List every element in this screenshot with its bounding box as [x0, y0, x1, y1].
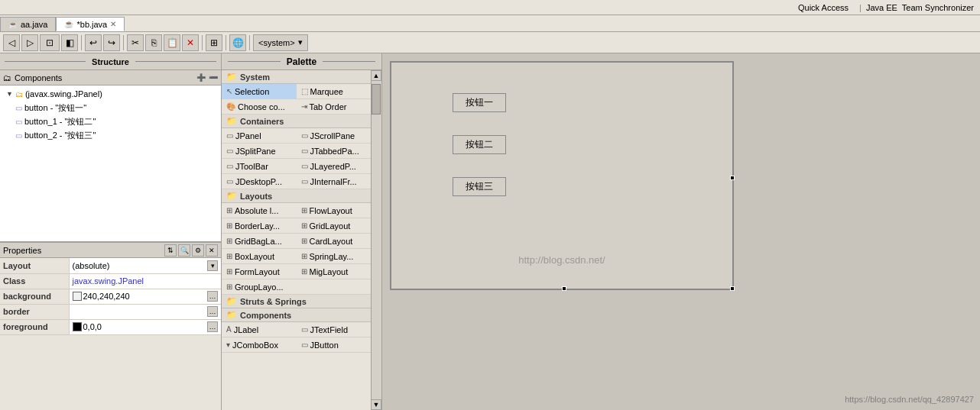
tree-label-jpanel: (javax.swing.JPanel)	[25, 89, 102, 98]
toolbar-redo[interactable]: ↪	[103, 34, 120, 51]
pal-group-containers-label: Containers	[240, 117, 284, 126]
pal-springlayout-label: SpringLay...	[310, 252, 354, 261]
toolbar-palette-toggle[interactable]: ⊡	[40, 34, 60, 51]
tab-bb-close[interactable]: ✕	[110, 20, 116, 28]
pal-item-jlayeredpane[interactable]: ▭ JLayeredP...	[297, 159, 372, 174]
tree-item-jpanel[interactable]: ▼ 🗂 (javax.swing.JPanel)	[0, 87, 221, 101]
palette-scroll-up[interactable]: ▲	[371, 70, 381, 81]
pal-item-jinternalframe[interactable]: ▭ JInternalFr...	[297, 174, 372, 189]
pal-formlayout-icon: ⊞	[226, 267, 232, 276]
pal-jlabel-label: JLabel	[234, 325, 258, 334]
top-bar: Quick Access | Java EE Team Synchronizer	[0, 0, 980, 15]
pal-item-grouplayout[interactable]: ⊞ GroupLayo...	[222, 279, 297, 295]
pal-group-components[interactable]: 📁 Components	[222, 308, 371, 322]
canvas-button-2[interactable]: 按钮二	[453, 135, 506, 154]
toolbar-btn2[interactable]: ◧	[61, 34, 78, 51]
pal-item-jscrollpane[interactable]: ▭ JScrollPane	[297, 128, 372, 144]
pal-item-flowlayout[interactable]: ⊞ FlowLayout	[297, 203, 372, 218]
tab-aa-icon: ☕	[8, 21, 18, 29]
pal-jlayeredpane-label: JLayeredP...	[310, 162, 356, 171]
prop-btn-foreground[interactable]: …	[207, 321, 218, 332]
toolbar-globe[interactable]: 🌐	[229, 34, 246, 51]
toolbar-navigate-fwd[interactable]: ▷	[21, 34, 38, 51]
pal-item-jlabel[interactable]: A JLabel	[222, 322, 297, 337]
prop-val-border: …	[69, 304, 221, 319]
pal-item-miglayout[interactable]: ⊞ MigLayout	[297, 264, 372, 279]
canvas-button-3[interactable]: 按钮三	[453, 177, 506, 196]
toolbar-navigate-back[interactable]: ◁	[3, 34, 20, 51]
pal-jpanel-label: JPanel	[235, 131, 261, 140]
pal-item-gridbaglayout[interactable]: ⊞ GridBagLa...	[222, 234, 297, 249]
toolbar: ◁ ▷ ⊡ ◧ ↩ ↪ ✂ ⎘ 📋 ✕ ⊞ 🌐 <system> ▾	[0, 32, 980, 53]
pal-item-jdesktoppane[interactable]: ▭ JDesktopP...	[222, 174, 297, 189]
pal-item-jtoolbar[interactable]: ▭ JToolBar	[222, 159, 297, 174]
prop-close-icon[interactable]: ✕	[206, 244, 218, 257]
pal-group-system[interactable]: 📁 System	[222, 70, 371, 84]
toolbar-undo[interactable]: ↩	[85, 34, 102, 51]
resize-handle-mr[interactable]	[730, 176, 735, 180]
toolbar-system-dropdown[interactable]: <system> ▾	[253, 34, 308, 51]
prop-val-background: 240,240,240 …	[69, 289, 221, 304]
pal-item-jtabbedpane[interactable]: ▭ JTabbedPa...	[297, 144, 372, 159]
pal-item-absolute[interactable]: ⊞ Absolute l...	[222, 203, 297, 218]
pal-item-choose[interactable]: 🎨 Choose co...	[222, 99, 297, 115]
pal-group-containers[interactable]: 📁 Containers	[222, 115, 371, 128]
resize-handle-br[interactable]	[730, 286, 735, 291]
tree-item-button3[interactable]: ▭ button_2 - "按钮三"	[0, 128, 221, 142]
components-panel: 🗂 Components ➕ ➖ ▼ 🗂 (javax.swing.JPanel…	[0, 70, 221, 242]
pal-item-jsplitpane[interactable]: ▭ JSplitPane	[222, 144, 297, 159]
pal-item-borderlayout[interactable]: ⊞ BorderLay...	[222, 218, 297, 234]
canvas-button-1[interactable]: 按钮一	[453, 93, 506, 112]
pal-item-jpanel[interactable]: ▭ JPanel	[222, 128, 297, 144]
toolbar-layout[interactable]: ⊞	[206, 34, 222, 51]
resize-handle-bm[interactable]	[562, 286, 566, 291]
pal-item-gridlayout[interactable]: ⊞ GridLayout	[297, 218, 372, 234]
structure-header: Structure	[0, 53, 221, 70]
pal-item-boxlayout[interactable]: ⊞ BoxLayout	[222, 249, 297, 264]
tree-item-button2[interactable]: ▭ button_1 - "按钮二"	[0, 115, 221, 128]
pal-row-absolute-flow: ⊞ Absolute l... ⊞ FlowLayout	[222, 203, 371, 218]
tab-aa-label: aa.java	[21, 20, 47, 29]
perspective-java-ee[interactable]: Java EE	[866, 3, 897, 12]
perspective-separator: |	[859, 3, 862, 12]
pal-formlayout-label: FormLayout	[235, 267, 280, 276]
tab-aa-java[interactable]: ☕ aa.java	[0, 17, 56, 31]
header-line-left	[5, 61, 86, 62]
prop-dropdown-layout[interactable]: ▾	[207, 260, 218, 271]
pal-gridbaglayout-icon: ⊞	[226, 237, 232, 245]
components-add-btn[interactable]: ➕	[196, 73, 206, 82]
palette-scrollbar-thumb[interactable]	[372, 84, 381, 115]
toolbar-dropdown-arrow: ▾	[298, 37, 303, 47]
pal-item-springlayout[interactable]: ⊞ SpringLay...	[297, 249, 372, 264]
pal-item-marquee[interactable]: ⬚ Marquee	[297, 84, 372, 99]
pal-item-selection[interactable]: ↖ Selection	[222, 84, 297, 99]
prop-settings-icon[interactable]: ⚙	[192, 244, 204, 257]
properties-panel: Properties ⇅ 🔍 ⚙ ✕ Layout (absolute) ▾	[0, 242, 221, 410]
toolbar-copy[interactable]: ⎘	[145, 34, 162, 51]
pal-group-layouts[interactable]: 📁 Layouts	[222, 189, 371, 203]
toolbar-cut[interactable]: ✂	[127, 34, 144, 51]
pal-group-struts[interactable]: 📁 Struts & Springs	[222, 295, 371, 308]
perspective-team-sync[interactable]: Team Synchronizer	[902, 3, 974, 12]
prop-btn-background[interactable]: …	[207, 291, 218, 302]
prop-btn-border[interactable]: …	[207, 306, 218, 317]
tab-bar: ☕ aa.java ☕ *bb.java ✕	[0, 15, 980, 32]
tab-bb-java[interactable]: ☕ *bb.java ✕	[56, 17, 125, 31]
pal-item-formlayout[interactable]: ⊞ FormLayout	[222, 264, 297, 279]
pal-item-cardlayout[interactable]: ⊞ CardLayout	[297, 234, 372, 249]
pal-item-jtextfield[interactable]: ▭ JTextField	[297, 322, 372, 337]
pal-group-system-icon: 📁	[226, 72, 237, 82]
pal-grouplayout-icon: ⊞	[226, 282, 232, 291]
toolbar-delete[interactable]: ✕	[182, 34, 199, 51]
pal-item-jcombobox[interactable]: ▾ JComboBox	[222, 337, 297, 353]
palette-scroll-down[interactable]: ▼	[371, 399, 381, 410]
toolbar-sep4	[226, 35, 226, 50]
components-remove-btn[interactable]: ➖	[209, 73, 218, 82]
pal-item-jbutton[interactable]: ▭ JButton	[297, 337, 372, 353]
prop-filter-icon[interactable]: 🔍	[178, 244, 190, 257]
tree-item-button1[interactable]: ▭ button - "按钮一"	[0, 101, 221, 115]
toolbar-paste[interactable]: 📋	[164, 34, 180, 51]
pal-item-taborder[interactable]: ⇥ Tab Order	[297, 99, 372, 115]
tree-icon-panel: 🗂	[15, 90, 23, 98]
prop-sort-icon[interactable]: ⇅	[164, 244, 177, 257]
